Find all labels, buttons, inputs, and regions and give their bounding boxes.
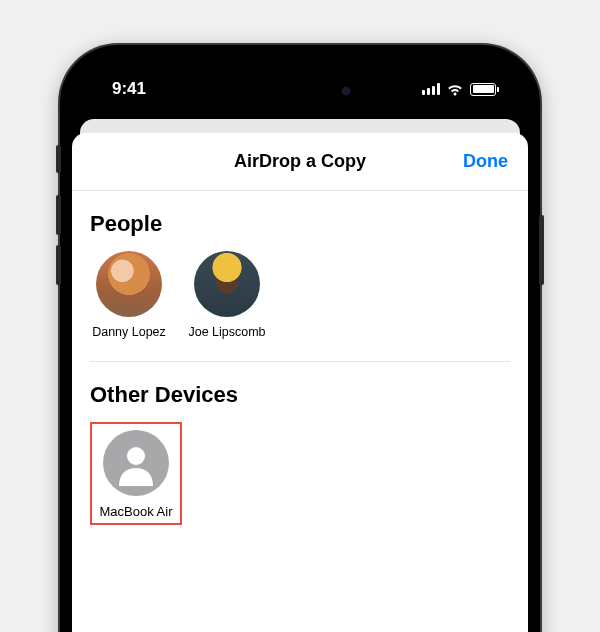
people-list: Danny Lopez Joe Lipscomb — [90, 251, 510, 362]
person-name: Danny Lopez — [92, 325, 166, 339]
phone-screen: 9:41 AirDrop a Copy Done — [72, 57, 528, 632]
avatar — [96, 251, 162, 317]
person-name: Joe Lipscomb — [188, 325, 265, 339]
devices-section-title: Other Devices — [90, 382, 510, 408]
device-name: MacBook Air — [100, 504, 173, 519]
airdrop-person[interactable]: Danny Lopez — [90, 251, 168, 339]
silence-switch — [56, 145, 61, 173]
wifi-icon — [446, 83, 464, 96]
devices-list: MacBook Air — [90, 422, 510, 525]
iphone-frame: 9:41 AirDrop a Copy Done — [60, 45, 540, 632]
avatar — [194, 251, 260, 317]
device-avatar-placeholder — [103, 430, 169, 496]
person-silhouette-icon — [113, 440, 159, 486]
front-camera-icon — [341, 86, 351, 96]
airdrop-device[interactable]: MacBook Air — [90, 422, 182, 525]
volume-up-button — [56, 195, 61, 235]
power-button — [539, 215, 544, 285]
status-time: 9:41 — [112, 79, 146, 99]
status-indicators — [422, 83, 496, 96]
airdrop-sheet: AirDrop a Copy Done People Danny Lopez J… — [72, 133, 528, 632]
battery-icon — [470, 83, 496, 96]
people-section-title: People — [90, 211, 510, 237]
sheet-title: AirDrop a Copy — [234, 151, 366, 172]
cellular-signal-icon — [422, 83, 440, 95]
volume-down-button — [56, 245, 61, 285]
people-section: People Danny Lopez Joe Lipscomb — [72, 191, 528, 362]
done-button[interactable]: Done — [463, 151, 508, 172]
svg-point-0 — [127, 447, 145, 465]
airdrop-person[interactable]: Joe Lipscomb — [188, 251, 266, 339]
other-devices-section: Other Devices MacBook Air — [72, 362, 528, 525]
sheet-header: AirDrop a Copy Done — [72, 133, 528, 191]
dynamic-island — [235, 75, 365, 107]
